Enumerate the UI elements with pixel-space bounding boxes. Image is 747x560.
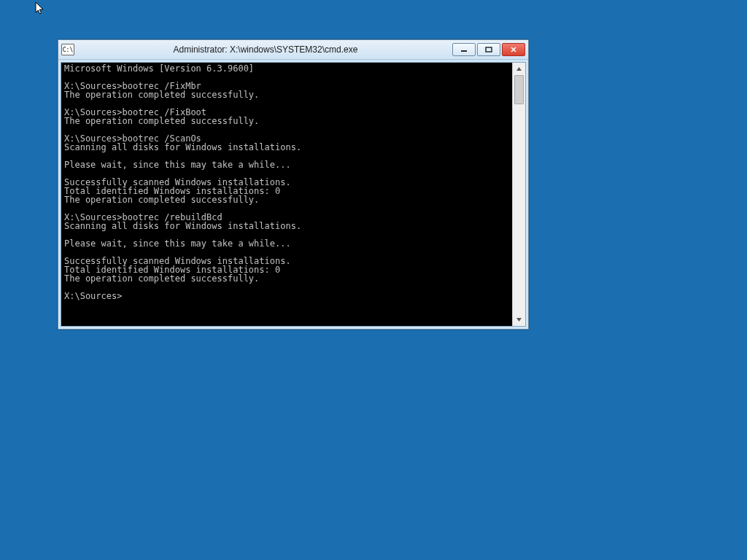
scroll-thumb[interactable] [514, 75, 524, 104]
scroll-down-button[interactable] [513, 314, 525, 326]
scroll-track[interactable] [513, 75, 525, 314]
svg-rect-1 [486, 47, 492, 52]
client-area: Microsoft Windows [Version 6.3.9600] X:\… [61, 62, 526, 327]
minimize-button[interactable] [452, 43, 476, 56]
window-buttons [452, 43, 525, 56]
titlebar[interactable]: C:\ Administrator: X:\windows\SYSTEM32\c… [58, 40, 528, 60]
vertical-scrollbar[interactable] [512, 63, 525, 326]
mouse-cursor-icon [35, 1, 45, 16]
cmd-icon: C:\ [61, 44, 74, 55]
console-output[interactable]: Microsoft Windows [Version 6.3.9600] X:\… [61, 63, 512, 326]
scroll-up-button[interactable] [513, 63, 525, 75]
svg-rect-0 [461, 50, 467, 52]
window-title: Administrator: X:\windows\SYSTEM32\cmd.e… [79, 44, 452, 55]
maximize-button[interactable] [477, 43, 500, 56]
close-button[interactable] [502, 43, 525, 56]
cmd-window: C:\ Administrator: X:\windows\SYSTEM32\c… [58, 39, 529, 330]
